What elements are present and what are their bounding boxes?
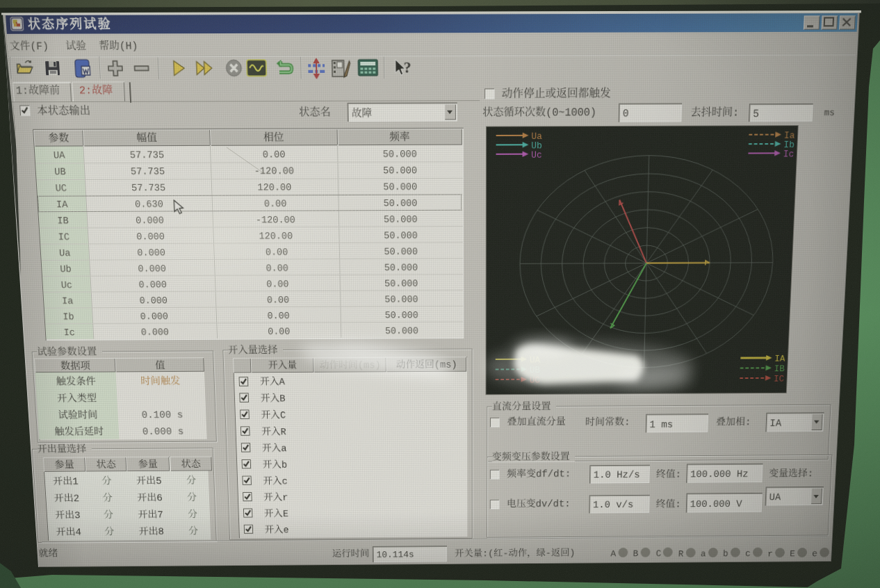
svg-text:0: 0 xyxy=(622,108,628,120)
svg-text:b: b xyxy=(282,459,288,471)
svg-text:A: A xyxy=(279,376,286,388)
svg-text:IA: IA xyxy=(769,418,782,430)
svg-text:?: ? xyxy=(404,58,412,76)
svg-text:Ic: Ic xyxy=(783,149,795,160)
svg-text::: : xyxy=(733,106,740,119)
svg-text:(0~1000): (0~1000) xyxy=(546,106,596,119)
svg-text:4: 4 xyxy=(75,527,81,538)
svg-text:e: e xyxy=(812,549,817,559)
svg-text:df/dt:: df/dt: xyxy=(536,468,571,480)
svg-text:0.000 s: 0.000 s xyxy=(142,426,184,438)
svg-text::: : xyxy=(744,416,751,428)
svg-text:100.000 Hz: 100.000 Hz xyxy=(690,468,749,480)
svg-text::: : xyxy=(675,498,681,509)
svg-text:7: 7 xyxy=(157,509,163,521)
svg-text:E: E xyxy=(283,508,289,519)
svg-text:1:: 1: xyxy=(15,85,28,97)
svg-text:UA: UA xyxy=(530,356,541,366)
svg-text:5: 5 xyxy=(156,475,162,487)
svg-text:A: A xyxy=(611,549,617,559)
svg-text:3: 3 xyxy=(74,510,80,521)
svg-text:-: - xyxy=(503,548,508,560)
svg-text:(ms): (ms) xyxy=(358,359,381,371)
svg-text:c: c xyxy=(745,549,751,559)
svg-text:dv/dt:: dv/dt: xyxy=(536,498,571,509)
svg-text:2:: 2: xyxy=(79,85,92,97)
svg-text:1.0 Hz/s: 1.0 Hz/s xyxy=(593,469,639,481)
svg-text:C: C xyxy=(280,409,286,421)
svg-text:5: 5 xyxy=(753,108,759,120)
svg-text:): ) xyxy=(569,548,575,559)
svg-text:b: b xyxy=(722,549,728,559)
svg-text:R: R xyxy=(678,549,683,559)
svg-text:C: C xyxy=(655,549,661,559)
svg-text:E: E xyxy=(790,549,795,559)
svg-text:(F): (F) xyxy=(30,40,49,52)
svg-text:IC: IC xyxy=(774,375,784,384)
svg-text:UA: UA xyxy=(769,491,782,503)
svg-text:UB: UB xyxy=(530,366,540,375)
svg-text:1: 1 xyxy=(72,475,79,487)
svg-text:8: 8 xyxy=(158,526,164,537)
svg-text:e: e xyxy=(283,525,289,536)
svg-text:1.0 v/s: 1.0 v/s xyxy=(593,500,634,511)
svg-text:r: r xyxy=(282,492,288,503)
svg-text::: : xyxy=(624,416,630,428)
svg-text:1 ms: 1 ms xyxy=(649,419,673,431)
svg-text:R: R xyxy=(280,426,286,438)
svg-text:0.100 s: 0.100 s xyxy=(141,409,183,421)
svg-text:6: 6 xyxy=(156,492,163,503)
svg-text:(ms): (ms) xyxy=(434,359,457,371)
svg-text::: : xyxy=(675,468,681,480)
svg-text:(H): (H) xyxy=(119,40,138,52)
svg-text:a: a xyxy=(700,549,706,559)
svg-text::: : xyxy=(808,468,814,479)
svg-text:B: B xyxy=(279,393,286,405)
svg-text:ms: ms xyxy=(824,108,835,118)
svg-text:10.114s: 10.114s xyxy=(377,550,414,560)
svg-text:IB: IB xyxy=(774,364,784,374)
svg-text:Uc: Uc xyxy=(531,150,542,161)
svg-text:2: 2 xyxy=(73,493,79,504)
svg-text::(: :( xyxy=(482,548,494,560)
svg-text:c: c xyxy=(282,475,288,487)
svg-text:100.000 V: 100.000 V xyxy=(690,498,743,510)
svg-text:r: r xyxy=(767,549,773,559)
svg-text:IA: IA xyxy=(774,354,785,364)
svg-text:B: B xyxy=(633,549,639,559)
svg-text:-: - xyxy=(546,548,551,559)
svg-text:a: a xyxy=(281,443,287,454)
svg-text:UC: UC xyxy=(530,376,540,386)
